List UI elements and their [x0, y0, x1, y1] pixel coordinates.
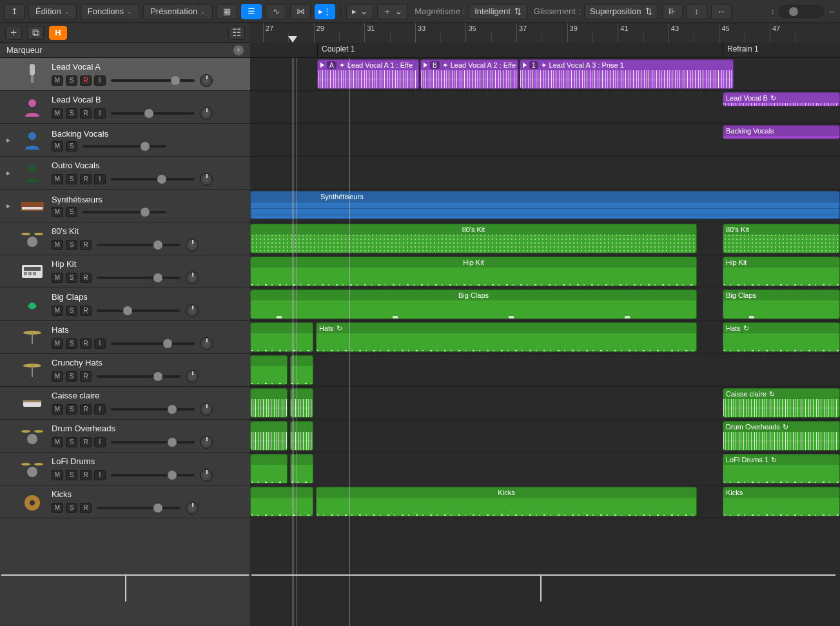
region[interactable] [250, 388, 288, 418]
track-header[interactable]: ▸Backing VocalsMS [0, 124, 250, 157]
disclosure-triangle-icon[interactable]: ▸ [4, 201, 13, 210]
i-button[interactable]: I [94, 437, 106, 447]
marker-lane[interactable]: Couplet 1Refrain 1 [250, 43, 840, 57]
r-button[interactable]: R [80, 240, 92, 250]
marker-segment[interactable]: Couplet 1 [317, 43, 358, 57]
track-header[interactable]: 80's KitMSR [0, 222, 250, 255]
region[interactable]: Big Claps [250, 289, 697, 319]
region[interactable]: Caisse claire↻ [723, 388, 840, 418]
volume-slider[interactable] [97, 375, 181, 378]
m-button[interactable]: M [52, 108, 63, 119]
volume-slider[interactable] [83, 145, 166, 148]
region[interactable]: Backing Vocals [723, 125, 840, 139]
i-button[interactable]: I [94, 470, 106, 480]
track-header[interactable]: Lead Vocal BMSRI [0, 91, 250, 124]
pan-knob[interactable] [186, 304, 199, 317]
volume-slider[interactable] [97, 507, 181, 509]
bar-ruler[interactable]: 2729313335373941434547 [250, 23, 840, 43]
m-button[interactable]: M [52, 503, 63, 513]
volume-slider[interactable] [111, 112, 195, 115]
arrange-area[interactable]: A✦Lead Vocal A 1 : EffeB✦Lead Vocal A 2 … [250, 58, 840, 626]
region[interactable] [250, 421, 288, 451]
pan-knob[interactable] [186, 502, 199, 514]
region[interactable]: A✦Lead Vocal A 1 : Effe [317, 59, 419, 89]
m-button[interactable]: M [52, 306, 63, 316]
volume-slider[interactable] [111, 79, 195, 82]
region[interactable]: Hip Kit [250, 257, 697, 286]
region[interactable]: Synthétiseurs [250, 191, 840, 219]
pan-knob[interactable] [200, 403, 213, 416]
back-arrow-icon[interactable]: ↥ [4, 4, 24, 19]
m-button[interactable]: M [52, 437, 63, 447]
marker-segment[interactable]: Refrain 1 [723, 43, 763, 57]
disclosure-triangle-icon[interactable]: ▸ [4, 168, 13, 177]
track-header[interactable]: LoFi DrumsMSRI [0, 453, 250, 485]
m-button[interactable]: M [52, 371, 63, 382]
track-header[interactable]: ▸Outro VocalsMSRI [0, 157, 250, 190]
i-button[interactable]: I [94, 338, 106, 349]
volume-slider[interactable] [111, 178, 195, 181]
r-button[interactable]: R [80, 371, 92, 382]
flex-icon[interactable]: ⋈ [290, 4, 311, 19]
region[interactable]: 1✦Lead Vocal A 3 : Prise 1 [520, 59, 734, 89]
m-button[interactable]: M [52, 338, 63, 349]
m-button[interactable]: M [52, 174, 63, 184]
m-button[interactable]: M [52, 141, 63, 152]
track-header-config-button[interactable]: H [49, 26, 67, 40]
region[interactable]: LoFi Drums 1↻ [723, 454, 840, 484]
list-view-icon[interactable]: ☰ [241, 4, 262, 19]
track-header[interactable]: Drum OverheadsMSRI [0, 420, 250, 453]
region[interactable] [290, 421, 313, 451]
catch-playhead-icon[interactable]: ▸⋮ [315, 4, 335, 19]
volume-slider[interactable] [97, 277, 181, 279]
r-button[interactable]: R [80, 174, 92, 184]
r-button[interactable]: R [80, 404, 92, 415]
volume-slider[interactable] [97, 309, 181, 312]
r-button[interactable]: R [80, 75, 92, 86]
pan-knob[interactable] [186, 370, 199, 383]
s-button[interactable]: S [66, 207, 77, 217]
presentation-menu[interactable]: Présentation ⌄ [143, 4, 213, 19]
grid-view-icon[interactable]: ▦ [217, 4, 237, 19]
region[interactable]: 80's Kit [723, 224, 840, 253]
i-button[interactable]: I [94, 75, 106, 86]
track-header[interactable]: ▸SynthétiseursMS [0, 190, 250, 222]
region[interactable] [250, 487, 313, 516]
s-button[interactable]: S [66, 75, 77, 86]
volume-slider[interactable] [111, 441, 195, 444]
s-button[interactable]: S [66, 470, 77, 480]
region[interactable]: B✦Lead Vocal A 2 : Effe [420, 59, 518, 89]
pointer-tool-select[interactable]: ▸⌄ [346, 4, 373, 19]
r-button[interactable]: R [80, 338, 92, 349]
region[interactable]: Hip Kit [723, 257, 840, 286]
alt-tool-select[interactable]: ＋⌄ [377, 4, 408, 19]
region[interactable]: Big Claps [723, 289, 840, 319]
m-button[interactable]: M [52, 404, 63, 415]
pan-knob[interactable] [200, 337, 213, 350]
s-button[interactable]: S [66, 108, 77, 119]
pan-knob[interactable] [200, 74, 213, 87]
s-button[interactable]: S [66, 306, 77, 316]
r-button[interactable]: R [80, 108, 92, 119]
track-header[interactable]: Big ClapsMSR [0, 288, 250, 321]
waveform-zoom-icon[interactable]: ⊪ [662, 4, 683, 19]
global-tracks-button[interactable]: ☷ [228, 26, 245, 40]
track-header[interactable]: HatsMSRI [0, 321, 250, 354]
s-button[interactable]: S [66, 503, 77, 513]
track-header[interactable]: Lead Vocal AMSRI [0, 58, 250, 91]
s-button[interactable]: S [66, 273, 77, 283]
vertical-zoom-slider[interactable] [779, 5, 824, 18]
r-button[interactable]: R [80, 503, 92, 513]
duplicate-track-button[interactable]: ⧉ [27, 26, 44, 40]
pan-knob[interactable] [200, 107, 213, 120]
track-header[interactable]: KicksMSR [0, 485, 250, 518]
region[interactable]: Hats↻ [723, 322, 840, 352]
snap-select[interactable]: Intelligent ⇅ [469, 4, 527, 19]
region[interactable]: Drum Overheads↻ [723, 421, 840, 451]
edit-menu[interactable]: Édition ⌄ [28, 4, 77, 19]
r-button[interactable]: R [80, 437, 92, 447]
region[interactable] [250, 322, 313, 352]
volume-slider[interactable] [83, 211, 166, 213]
functions-menu[interactable]: Fonctions ⌄ [81, 4, 139, 19]
pan-knob[interactable] [186, 271, 199, 284]
